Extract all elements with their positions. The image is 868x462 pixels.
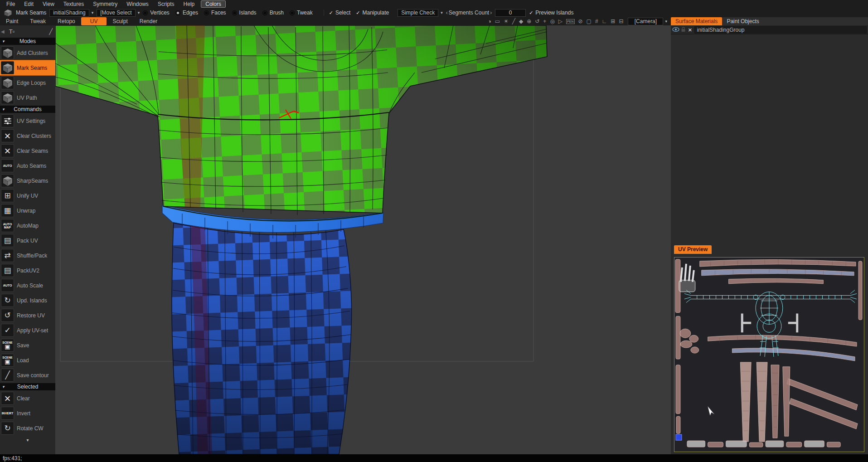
radio-edges[interactable]: Edges xyxy=(175,10,198,16)
sidebar-item-mark-seams[interactable]: Mark Seams xyxy=(0,60,55,75)
check-mode-dropdown[interactable]: Simple Check xyxy=(398,9,438,17)
light-icon[interactable]: ☀ xyxy=(504,17,509,25)
collapse-arrow-icon[interactable]: ◀ xyxy=(1,29,5,34)
sidebar-item-unify-uv[interactable]: ⊞Unify UV xyxy=(0,188,55,203)
section-header-modes[interactable]: Modes xyxy=(0,38,55,45)
tab-sculpt[interactable]: Sculpt xyxy=(107,17,133,25)
menu-item-view[interactable]: View xyxy=(38,0,59,8)
menu-item-scripts[interactable]: Scripts xyxy=(153,0,179,8)
viewport-3d[interactable] xyxy=(55,25,671,454)
brush-stroke-icon[interactable]: ╱ xyxy=(512,17,515,25)
shader-dropdown[interactable]: initialShading xyxy=(49,9,89,17)
sidebar-item-upd-islands[interactable]: ↻Upd. Islands xyxy=(0,293,55,308)
model-pants[interactable] xyxy=(172,223,352,454)
left-sidebar: ◀T▫╱ ModesAdd ClustersMark SeamsEdge Loo… xyxy=(0,25,55,454)
sidebar-item-rotate-cw[interactable]: ↻Rotate CW xyxy=(0,421,55,436)
segments-count-value[interactable]: 0 xyxy=(495,9,526,17)
menu-item-colors[interactable]: Colors xyxy=(201,0,226,8)
sidebar-item-unwrap[interactable]: ▦Unwrap xyxy=(0,203,55,218)
section-header-selected[interactable]: Selected xyxy=(0,383,55,390)
sidebar-item-invert[interactable]: INVERTInvert xyxy=(0,406,55,421)
uv-preview-panel[interactable] xyxy=(674,257,864,452)
shading-sphere-icon[interactable]: ◑ xyxy=(488,17,491,25)
tab-retopo[interactable]: Retopo xyxy=(52,17,81,25)
sidebar-item-clear-clusters[interactable]: ×Clear Clusters xyxy=(0,128,55,143)
no-sign-icon[interactable]: ⊘ xyxy=(578,17,583,25)
radio-faces[interactable]: Faces xyxy=(204,10,226,16)
sidebar-item-save[interactable]: SCENE▣Save xyxy=(0,338,55,353)
sidebar-item-clear[interactable]: ×Clear xyxy=(0,391,55,406)
radio-tweak[interactable]: Tweak xyxy=(290,10,313,16)
sidebar-item-clear-seams[interactable]: ×Clear Seams xyxy=(0,143,55,158)
pan-view-icon[interactable]: ⊕ xyxy=(527,17,531,25)
visibility-eye-icon[interactable] xyxy=(672,27,679,34)
material-name[interactable]: initialShadingGroup xyxy=(694,26,867,34)
sidebar-item-auto-seams[interactable]: AUTOAuto Seams xyxy=(0,158,55,173)
menu-item-help[interactable]: Help xyxy=(179,0,199,8)
tab-tweak[interactable]: Tweak xyxy=(24,17,52,25)
sidebar-item-edge-loops[interactable]: Edge Loops xyxy=(0,75,55,90)
menu-item-symmetry[interactable]: Symmetry xyxy=(88,0,122,8)
chevron-down-icon[interactable] xyxy=(138,10,140,15)
viewport-canvas[interactable] xyxy=(55,25,671,454)
tab-surface-materials[interactable]: Surface Materials xyxy=(671,17,722,25)
sidebar-item-add-clusters[interactable]: Add Clusters xyxy=(0,45,55,60)
sidebar-item-label: Invert xyxy=(17,410,30,417)
sidebar-item-load[interactable]: SCENE▣Load xyxy=(0,353,55,368)
sidebar-item-save-contour[interactable]: ╱Save contour xyxy=(0,368,55,383)
preview-islands-checkbox[interactable]: Preview Islands xyxy=(529,10,573,16)
sidebar-item-apply-uv-set[interactable]: ✓Apply UV-set xyxy=(0,323,55,338)
sidebar-item-packuv2[interactable]: ▤PackUV2 xyxy=(0,263,55,278)
radio-islands[interactable]: Islands xyxy=(232,10,257,16)
sidebar-item-shuffle-pack[interactable]: ⇄Shuffle/Pack xyxy=(0,248,55,263)
segments-count-stepper[interactable]: Segments Count xyxy=(446,10,492,16)
expand-icon[interactable]: ⊞ xyxy=(611,17,615,25)
tab-paint[interactable]: Paint xyxy=(0,17,24,25)
delete-material-icon[interactable]: × xyxy=(687,27,693,33)
tab-paint-objects[interactable]: Paint Objects xyxy=(722,17,763,25)
sidebar-item-sharpseams[interactable]: SharpSeams xyxy=(0,173,55,188)
camera-dropdown[interactable]: [Camera] xyxy=(628,18,663,25)
tab-render[interactable]: Render xyxy=(134,17,163,25)
sidebar-item-pack-uv[interactable]: ▤Pack UV xyxy=(0,233,55,248)
sidebar-more-indicator[interactable]: ▾ xyxy=(0,438,55,443)
flatten-box-icon[interactable]: ⊟ xyxy=(619,17,623,25)
chevron-down-icon[interactable] xyxy=(441,10,443,15)
move-view-icon[interactable]: + xyxy=(543,17,546,25)
sidebar-item-label: UV Settings xyxy=(17,118,45,124)
checkbox-manipulate[interactable]: Manipulate xyxy=(356,10,389,16)
chevron-down-icon[interactable] xyxy=(665,19,667,24)
x-icon: × xyxy=(1,392,14,405)
section-title: Modes xyxy=(19,38,36,44)
droplet-icon[interactable]: ◆ xyxy=(519,17,523,25)
wire-cube-icon[interactable]: ▢ xyxy=(587,17,592,25)
checkbox-select[interactable]: Select xyxy=(329,10,351,16)
sidebar-item-uv-settings[interactable]: UV Settings xyxy=(0,113,55,128)
background-icon[interactable]: ▭ xyxy=(495,17,500,25)
text-tool-icon[interactable]: T▫ xyxy=(9,28,15,35)
radio-brush[interactable]: Brush xyxy=(262,10,284,16)
menu-item-file[interactable]: File xyxy=(2,0,19,8)
grid-icon[interactable]: # xyxy=(595,17,598,25)
chevron-down-icon[interactable] xyxy=(92,10,94,15)
menu-item-edit[interactable]: Edit xyxy=(19,0,38,8)
select-mode-dropdown[interactable]: [Move Select xyxy=(97,9,135,17)
axis-icon[interactable]: ∟ xyxy=(602,17,607,25)
menu-item-windows[interactable]: Windows xyxy=(122,0,153,8)
uv-preview-tab[interactable]: UV Preview xyxy=(674,245,712,254)
section-header-commands[interactable]: Commands xyxy=(0,106,55,113)
menu-item-textures[interactable]: Textures xyxy=(59,0,88,8)
radio-vertices[interactable]: Vertices xyxy=(143,10,170,16)
sidebar-item-restore-uv[interactable]: ↺Restore UV xyxy=(0,308,55,323)
sidebar-item-uv-path[interactable]: UV Path xyxy=(0,90,55,105)
sidebar-item-auto-scale[interactable]: AUTOAuto Scale xyxy=(0,278,55,293)
play-icon[interactable]: ▷ xyxy=(558,17,563,25)
tab-uv[interactable]: UV xyxy=(81,17,107,25)
rotate-view-icon[interactable]: ↺ xyxy=(535,17,539,25)
brush-tool-icon[interactable]: ╱ xyxy=(49,28,53,35)
pen-icon[interactable]: PEN xyxy=(566,19,574,24)
zoom-view-icon[interactable]: ◎ xyxy=(550,17,554,25)
material-row[interactable]: × initialShadingGroup xyxy=(671,26,868,34)
lock-icon[interactable] xyxy=(681,27,686,34)
sidebar-item-automap[interactable]: AUTOMAPAutoMap xyxy=(0,218,55,233)
